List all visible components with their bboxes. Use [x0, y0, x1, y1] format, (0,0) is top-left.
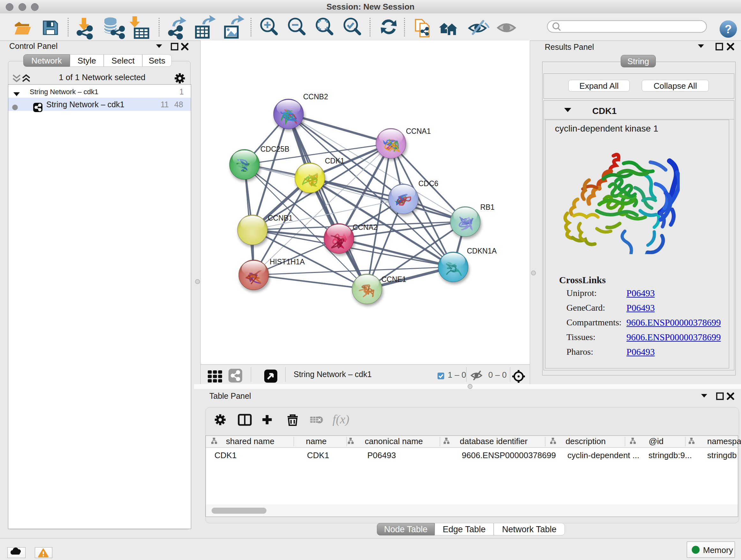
svg-text:?: ? — [725, 23, 732, 36]
svg-text:f(x): f(x) — [333, 413, 349, 426]
